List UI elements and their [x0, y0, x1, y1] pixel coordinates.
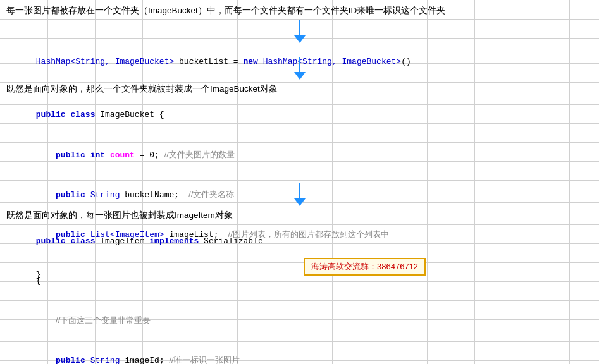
- kw-int: int: [90, 150, 105, 160]
- kw-implements: implements: [149, 236, 199, 246]
- intro-text: 每一张图片都被存放在一个文件夹（ImageBucket）中，而每一个文件夹都有一…: [6, 6, 445, 15]
- imagebucket-line2: public int count = 0; //文件夹图片的数量: [6, 135, 389, 174]
- serializable-name: Serializable: [199, 236, 262, 246]
- page-container: 每一张图片都被存放在一个文件夹（ImageBucket）中，而每一个文件夹都有一…: [0, 0, 599, 364]
- tooltip-box: 海涛高软交流群：386476712: [304, 258, 426, 276]
- comment-count: //文件夹图片的数量: [164, 150, 235, 159]
- kw-public-5: public: [36, 236, 66, 246]
- arrow-1: [0, 20, 599, 43]
- space2: [85, 150, 90, 160]
- imageid-var: imageId;: [120, 356, 169, 364]
- kw-class-2: class: [70, 236, 95, 246]
- type-string-2: String: [90, 356, 120, 364]
- classname2: ImageItem: [95, 236, 149, 246]
- arrow-down-icon-2: [294, 57, 306, 80]
- imageitem-class: public class ImageItem implements Serial…: [6, 222, 392, 364]
- space7: [85, 356, 90, 364]
- indent-comment: [36, 316, 56, 325]
- eq-zero: = 0;: [135, 150, 164, 160]
- comment-imageid: //唯一标识一张图片: [169, 355, 239, 364]
- tooltip-text: 海涛高软交流群：386476712: [311, 262, 418, 271]
- kw-public-6: public: [56, 356, 85, 364]
- class-intro-text: 既然是面向对象的，那么一个文件夹就被封装成一个ImageBucket对象: [6, 84, 278, 94]
- kw-public-1: public: [36, 110, 66, 119]
- indent-2: [36, 150, 56, 160]
- imageitem-line3: public String imageId; //唯一标识一张图片: [6, 341, 392, 364]
- count-var: count: [110, 150, 135, 160]
- arrow-down-icon-1: [294, 20, 306, 43]
- kw-class-1: class: [70, 110, 95, 119]
- open-brace: {: [36, 276, 41, 286]
- indent-5: [36, 356, 56, 364]
- class-intro-section: 既然是面向对象的，那么一个文件夹就被封装成一个ImageBucket对象: [6, 82, 278, 96]
- imageitem-line-comment: //下面这三个变量非常重要: [6, 301, 392, 340]
- comment-important: //下面这三个变量非常重要: [56, 315, 151, 325]
- imageitem-line1: public class ImageItem implements Serial…: [6, 222, 392, 260]
- imagebucket-line1: public class ImageBucket {: [6, 96, 389, 134]
- arrow-3: [0, 183, 599, 206]
- arrow-2: [0, 57, 599, 80]
- arrow-down-icon-3: [294, 183, 306, 206]
- intro-section: 每一张图片都被存放在一个文件夹（ImageBucket）中，而每一个文件夹都有一…: [6, 4, 593, 18]
- classname1: ImageBucket {: [95, 110, 164, 119]
- space3: [105, 150, 110, 160]
- imageitem-intro-section: 既然是面向对象的，每一张图片也被封装成ImageItem对象: [6, 209, 233, 222]
- kw-public-2: public: [56, 150, 85, 160]
- imageitem-intro-text: 既然是面向对象的，每一张图片也被封装成ImageItem对象: [6, 210, 233, 220]
